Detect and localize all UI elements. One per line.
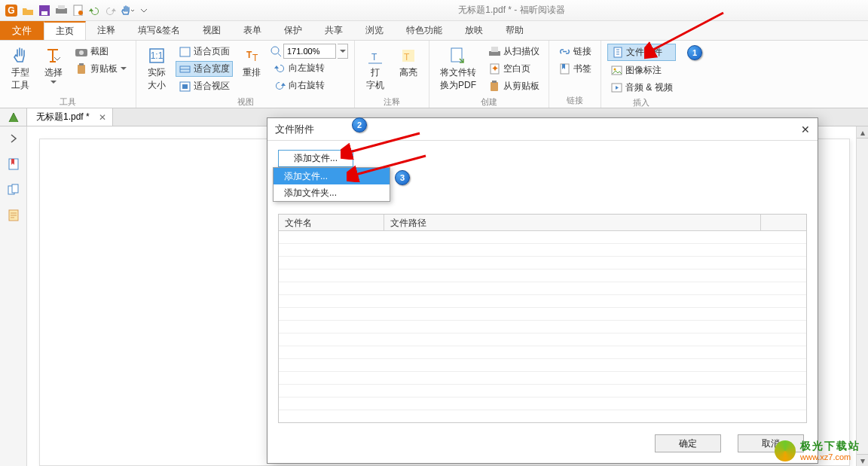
table-row bbox=[279, 397, 806, 410]
media-button[interactable]: 音频 & 视频 bbox=[607, 80, 676, 96]
fit-width-label: 适合宽度 bbox=[194, 62, 230, 75]
blank-page-button[interactable]: ✦空白页 bbox=[485, 61, 542, 77]
create-group-label: 创建 bbox=[436, 95, 542, 108]
print-icon[interactable] bbox=[54, 4, 68, 17]
window-title: 无标题1.pdf * - 福昕阅读器 bbox=[155, 4, 868, 17]
menu-add-folder[interactable]: 添加文件夹... bbox=[274, 184, 390, 201]
svg-point-34 bbox=[613, 69, 616, 71]
bookmark-panel-icon[interactable] bbox=[6, 157, 21, 172]
fit-width-button[interactable]: 适合宽度 bbox=[176, 61, 233, 77]
annotation-circle-2: 2 bbox=[352, 117, 367, 132]
scroll-up-icon[interactable]: ▴ bbox=[857, 126, 868, 139]
file-attachment-button[interactable]: 文件附件 bbox=[607, 44, 676, 61]
rotate-left-button[interactable]: 向左旋转 bbox=[270, 60, 348, 76]
svg-rect-3 bbox=[41, 11, 47, 15]
fit-view-icon bbox=[179, 81, 191, 93]
svg-rect-29 bbox=[491, 82, 498, 91]
hyperlink-button[interactable]: 链接 bbox=[555, 44, 594, 59]
rotate-right-button[interactable]: 向右旋转 bbox=[270, 78, 348, 93]
svg-point-9 bbox=[79, 50, 84, 55]
typewriter-icon: T bbox=[366, 47, 384, 65]
document-tab[interactable]: 无标题1.pdf * ✕ bbox=[27, 108, 113, 126]
svg-text:1:1: 1:1 bbox=[151, 50, 164, 61]
clipboard-icon bbox=[488, 81, 500, 93]
rotate-right-icon bbox=[274, 80, 286, 92]
svg-rect-30 bbox=[492, 81, 497, 83]
svg-rect-4 bbox=[56, 8, 67, 14]
clipboard-icon bbox=[75, 63, 87, 75]
menu-protect[interactable]: 保护 bbox=[273, 21, 313, 40]
attachment-icon bbox=[613, 47, 623, 58]
clipboard-button[interactable]: 剪贴板 bbox=[72, 61, 130, 77]
fit-view-button[interactable]: 适合视区 bbox=[176, 78, 233, 94]
zoom-input[interactable] bbox=[283, 44, 336, 59]
fit-page-button[interactable]: 适合页面 bbox=[176, 44, 233, 59]
menu-file[interactable]: 文件 bbox=[0, 21, 44, 40]
close-tab-icon[interactable]: ✕ bbox=[99, 112, 106, 123]
start-tab[interactable] bbox=[0, 108, 27, 126]
convert-button[interactable]: 将文件转 换为PDF bbox=[436, 44, 481, 95]
qat-dropdown-icon[interactable] bbox=[137, 4, 151, 17]
svg-text:G: G bbox=[8, 5, 14, 16]
menu-present[interactable]: 放映 bbox=[454, 21, 494, 40]
hand-tool-label: 手型 工具 bbox=[11, 66, 29, 92]
attachments-panel-icon[interactable] bbox=[6, 208, 21, 223]
add-file-button[interactable]: 添加文件... bbox=[278, 150, 353, 167]
table-row bbox=[279, 231, 806, 244]
expand-icon[interactable] bbox=[6, 131, 21, 146]
fit-page-icon bbox=[179, 46, 191, 58]
rotate-left-icon bbox=[274, 62, 286, 75]
ribbon-group-link: 链接 书签 链接 bbox=[549, 41, 601, 108]
column-filepath[interactable]: 文件路径 bbox=[384, 215, 761, 230]
menu-home[interactable]: 主页 bbox=[44, 21, 86, 40]
save-icon[interactable] bbox=[38, 4, 51, 17]
svg-rect-26 bbox=[491, 47, 498, 52]
vertical-scrollbar[interactable]: ▴ ▾ bbox=[856, 126, 868, 466]
view-group-label: 视图 bbox=[142, 95, 348, 108]
actual-size-icon: 1:1 bbox=[148, 47, 166, 65]
reflow-button[interactable]: TT 重排 bbox=[237, 44, 266, 82]
menu-fillsign[interactable]: 填写&签名 bbox=[127, 21, 191, 40]
column-filename[interactable]: 文件名 bbox=[279, 215, 384, 230]
new-icon[interactable] bbox=[71, 4, 84, 17]
menu-features[interactable]: 特色功能 bbox=[395, 21, 454, 40]
column-empty bbox=[761, 215, 806, 230]
snapshot-button[interactable]: 截图 bbox=[72, 44, 130, 59]
highlight-button[interactable]: T 高亮 bbox=[394, 44, 423, 82]
svg-text:T: T bbox=[252, 53, 258, 63]
link-icon bbox=[558, 46, 570, 58]
typewriter-button[interactable]: T 打 字机 bbox=[361, 44, 390, 95]
table-row bbox=[279, 270, 806, 282]
pages-panel-icon[interactable] bbox=[6, 182, 21, 197]
magnifier-icon bbox=[270, 46, 282, 57]
bookmark-button[interactable]: 书签 bbox=[555, 61, 594, 77]
menu-annotate[interactable]: 注释 bbox=[86, 21, 127, 40]
menu-add-file[interactable]: 添加文件... bbox=[274, 168, 390, 184]
hand-dropdown-icon[interactable] bbox=[121, 4, 134, 17]
open-icon[interactable] bbox=[21, 4, 35, 17]
scanner-button[interactable]: 从扫描仪 bbox=[485, 44, 542, 59]
menu-share[interactable]: 共享 bbox=[313, 21, 354, 40]
dialog-close-icon[interactable]: ✕ bbox=[787, 123, 810, 136]
hand-tool-button[interactable]: 手型 工具 bbox=[6, 44, 35, 95]
menu-browse[interactable]: 浏览 bbox=[354, 21, 395, 40]
from-clipboard-button[interactable]: 从剪贴板 bbox=[485, 78, 542, 94]
hyperlink-label: 链接 bbox=[573, 45, 591, 58]
menu-view[interactable]: 视图 bbox=[191, 21, 232, 40]
redo-icon[interactable] bbox=[104, 4, 118, 17]
highlight-icon: T bbox=[399, 47, 417, 65]
zoom-combo[interactable] bbox=[270, 44, 348, 59]
undo-icon[interactable] bbox=[87, 4, 101, 17]
document-tab-label: 无标题1.pdf * bbox=[36, 111, 90, 123]
actual-size-button[interactable]: 1:1 实际 大小 bbox=[142, 44, 171, 95]
menu-help[interactable]: 帮助 bbox=[494, 21, 535, 40]
table-row bbox=[279, 244, 806, 257]
image-annot-button[interactable]: 图像标注 bbox=[607, 62, 676, 78]
ribbon-group-view: 1:1 实际 大小 适合页面 适合宽度 适合视区 TT 重排 向左旋转 向右旋转 bbox=[136, 41, 355, 108]
menu-form[interactable]: 表单 bbox=[232, 21, 273, 40]
select-button[interactable]: 选择 bbox=[39, 44, 68, 87]
add-file-menu: 添加文件... 添加文件夹... bbox=[273, 167, 390, 202]
zoom-dropdown[interactable] bbox=[338, 44, 348, 59]
link-group-label: 链接 bbox=[555, 93, 594, 106]
ok-button[interactable]: 确定 bbox=[655, 434, 721, 452]
